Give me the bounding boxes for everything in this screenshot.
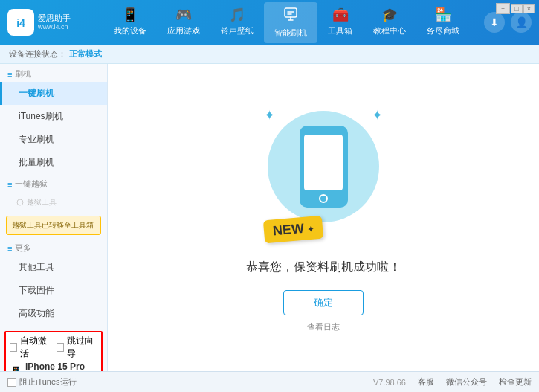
- check-update-link[interactable]: 检查更新: [499, 376, 532, 388]
- phone-circle-bg: [268, 111, 379, 222]
- header-right: ⬇ 👤: [484, 12, 532, 33]
- view-log-link[interactable]: 查看日志: [307, 321, 340, 332]
- ringtone-icon: 🎵: [229, 7, 245, 23]
- sidebar-device-section: 自动激活 跳过向导 📱 iPhone 15 Pro Max 512GB iPho…: [0, 331, 107, 371]
- itunes-row: 阻止iTunes运行: [7, 376, 77, 388]
- version-text: V7.98.66: [373, 378, 406, 387]
- flash-icon: [283, 7, 298, 25]
- itunes-checkbox[interactable]: [7, 378, 16, 387]
- device-name-row: 📱 iPhone 15 Pro Max: [10, 362, 97, 371]
- customer-service-link[interactable]: 客服: [418, 376, 434, 388]
- checkbox-row: 自动激活 跳过向导: [10, 335, 97, 360]
- nav-tutorials[interactable]: 🎓 教程中心: [363, 2, 416, 43]
- header: i4 爱思助手 www.i4.cn 📱 我的设备 🎮 应用游戏 🎵 铃声壁纸: [0, 0, 539, 45]
- sidebar: ≡ 刷机 一键刷机 iTunes刷机 专业刷机 批量刷机 ≡ 一键越狱: [0, 64, 108, 371]
- device-name: iPhone 15 Pro Max: [25, 362, 97, 371]
- phone-illustration: ✦ ✦ NEW ✦: [256, 103, 390, 245]
- business-icon: 🏪: [435, 7, 451, 23]
- device-highlight-box: 自动激活 跳过向导 📱 iPhone 15 Pro Max 512GB iPho…: [4, 331, 103, 371]
- sidebar-item-download-firmware[interactable]: 下载固件: [0, 279, 107, 302]
- bottom-bar: 阻止iTunes运行 V7.98.66 客服 微信公众号 检查更新: [0, 371, 539, 392]
- confirm-button[interactable]: 确定: [283, 290, 364, 315]
- jailbreak-notice: 越狱工具已转移至工具箱: [6, 216, 101, 235]
- sidebar-section-flash: ≡ 刷机: [0, 64, 107, 82]
- phone-home-button: [319, 194, 328, 203]
- breadcrumb: 设备连接状态： 正常模式: [0, 45, 539, 64]
- nav-my-device[interactable]: 📱 我的设备: [103, 2, 157, 43]
- success-text: 恭喜您，保资料刷机成功啦！: [246, 260, 401, 275]
- main-layout: ≡ 刷机 一键刷机 iTunes刷机 专业刷机 批量刷机 ≡ 一键越狱: [0, 64, 539, 371]
- sidebar-item-jailbreak-disabled: 越狱工具: [0, 192, 107, 213]
- sparkle-top-right: ✦: [372, 107, 383, 123]
- user-button[interactable]: 👤: [511, 12, 532, 33]
- device-icon: 📱: [122, 7, 138, 23]
- wechat-link[interactable]: 微信公众号: [446, 376, 487, 388]
- nav-items: 📱 我的设备 🎮 应用游戏 🎵 铃声壁纸 智能刷机: [89, 2, 484, 43]
- svg-rect-2: [285, 8, 297, 17]
- svg-point-3: [17, 199, 23, 205]
- app-logo-icon: i4: [7, 9, 34, 36]
- itunes-label: 阻止iTunes运行: [19, 376, 77, 388]
- sidebar-item-one-key-flash[interactable]: 一键刷机: [0, 82, 107, 105]
- minimize-btn[interactable]: －: [496, 3, 510, 14]
- tutorial-icon: 🎓: [381, 7, 398, 23]
- apps-icon: 🎮: [175, 7, 192, 23]
- guide-export-label: 跳过向导: [67, 335, 97, 360]
- bottom-right: V7.98.66 客服 微信公众号 检查更新: [373, 376, 532, 388]
- logo-text: 爱思助手 www.i4.cn: [38, 13, 71, 32]
- phone-shape: [300, 126, 348, 208]
- download-icon: ⬇: [490, 16, 499, 28]
- logo-area: i4 爱思助手 www.i4.cn: [7, 9, 89, 36]
- guide-export-checkbox[interactable]: [57, 343, 64, 352]
- user-icon: 👤: [515, 16, 528, 28]
- toolbox-icon: 🧰: [332, 7, 349, 23]
- sidebar-item-pro-flash[interactable]: 专业刷机: [0, 128, 107, 151]
- restore-btn[interactable]: □: [511, 4, 522, 13]
- auto-activate-label: 自动激活: [20, 335, 51, 360]
- sparkle-top-left: ✦: [264, 107, 275, 123]
- download-button[interactable]: ⬇: [484, 12, 505, 33]
- close-btn[interactable]: ×: [523, 4, 535, 13]
- sidebar-item-other-tools[interactable]: 其他工具: [0, 256, 107, 279]
- nav-apps-games[interactable]: 🎮 应用游戏: [157, 2, 210, 43]
- sidebar-section-jailbreak: ≡ 一键越狱: [0, 174, 107, 192]
- iphone-icon: 📱: [10, 366, 22, 371]
- nav-smart-flash[interactable]: 智能刷机: [264, 2, 317, 43]
- content-area: ✦ ✦ NEW ✦ 恭喜您，保资料刷机成功啦！ 确定: [108, 64, 539, 371]
- nav-business[interactable]: 🏪 务尽商城: [416, 2, 470, 43]
- sidebar-item-itunes-flash[interactable]: iTunes刷机: [0, 105, 107, 128]
- nav-ringtones[interactable]: 🎵 铃声壁纸: [210, 2, 264, 43]
- auto-activate-checkbox[interactable]: [10, 343, 17, 352]
- phone-screen: [304, 135, 343, 190]
- svg-text:i4: i4: [16, 17, 25, 29]
- sidebar-item-batch-flash[interactable]: 批量刷机: [0, 151, 107, 174]
- window-controls: － □ ×: [496, 3, 535, 14]
- new-badge: NEW ✦: [263, 215, 323, 243]
- lock-icon: [16, 199, 24, 206]
- sidebar-section-more: ≡ 更多: [0, 238, 107, 256]
- nav-toolbox[interactable]: 🧰 工具箱: [317, 2, 363, 43]
- sidebar-item-advanced[interactable]: 高级功能: [0, 302, 107, 325]
